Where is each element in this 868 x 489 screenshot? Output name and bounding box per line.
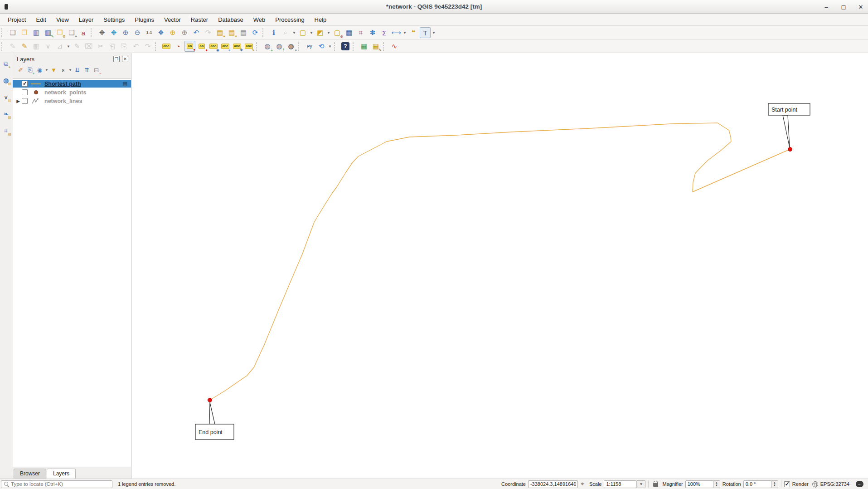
add-group-icon[interactable]: ⎘＋: [25, 65, 35, 75]
tab-browser[interactable]: Browser: [14, 469, 46, 479]
locate-input[interactable]: [11, 481, 112, 487]
add-raster-layer-icon[interactable]: ◍▤: [1, 75, 11, 85]
magnifier-input[interactable]: [685, 480, 713, 488]
layer-visibility-checkbox[interactable]: [22, 81, 28, 87]
rotation-input[interactable]: [743, 480, 771, 488]
cut-features-icon[interactable]: ✂: [95, 41, 106, 52]
metasearch-icon[interactable]: ◍⌕: [286, 41, 296, 52]
zoom-out-icon[interactable]: ⊖: [132, 27, 143, 38]
web-plugin-icon-1[interactable]: ◍⇣: [262, 41, 273, 52]
zoom-in-icon[interactable]: ⊕: [120, 27, 131, 38]
render-checkbox[interactable]: [784, 481, 790, 487]
zoom-native-icon[interactable]: 1:1: [144, 27, 155, 38]
add-vector-layer-icon[interactable]: ∨▤: [1, 92, 11, 102]
expand-all-icon[interactable]: ⇊: [73, 65, 82, 75]
zoom-to-selection-icon[interactable]: ⊕: [167, 27, 178, 38]
map-tips-icon[interactable]: ❝: [408, 27, 419, 38]
menu-item-edit[interactable]: Edit: [31, 15, 51, 25]
new-spatial-bookmark-icon[interactable]: ▤✶: [214, 27, 225, 38]
change-label-icon[interactable]: abc✎: [243, 41, 254, 52]
maximize-button[interactable]: ◻: [840, 4, 847, 10]
highlight-pinned-labels-icon[interactable]: ab●: [184, 41, 195, 52]
add-virtual-layer-icon[interactable]: ⌗▤: [1, 126, 11, 136]
magnifier-spinner[interactable]: ▲▼: [713, 480, 720, 488]
rotation-spinner[interactable]: ▲▼: [771, 480, 778, 488]
toggle-editing-icon[interactable]: ✎: [19, 41, 30, 52]
menu-item-layer[interactable]: Layer: [74, 15, 99, 25]
save-project-as-icon[interactable]: ▥✎: [43, 27, 53, 38]
modify-attributes-icon[interactable]: ✎: [72, 41, 82, 52]
layer-item-network-lines[interactable]: ▶network_lines: [13, 97, 131, 105]
layer-item-shortest-path[interactable]: Shortest path▤: [13, 80, 131, 88]
close-button[interactable]: ✕: [857, 4, 864, 10]
web-plugin-icon-2[interactable]: ◍⇡: [274, 41, 285, 52]
toolbar-handle[interactable]: [155, 42, 158, 51]
open-attribute-table-icon[interactable]: ▦: [344, 27, 354, 38]
data-source-manager-icon[interactable]: ⧉＋: [1, 59, 11, 68]
toolbar-handle[interactable]: [383, 42, 386, 51]
undo-icon[interactable]: ↶: [131, 41, 141, 52]
crs-status[interactable]: EPSG:32734: [820, 481, 849, 487]
profile-tool-icon[interactable]: ∿: [389, 41, 400, 52]
coordinate-input[interactable]: [528, 480, 578, 488]
pin-unpin-labels-icon[interactable]: ab●: [196, 41, 207, 52]
menu-item-vector[interactable]: Vector: [159, 15, 186, 25]
messages-bubble-icon[interactable]: …: [856, 481, 863, 487]
menu-item-project[interactable]: Project: [3, 15, 31, 25]
delete-selected-icon[interactable]: ⌧: [83, 41, 94, 52]
add-spatialite-layer-icon[interactable]: ❧▤: [1, 109, 11, 119]
save-project-icon[interactable]: ▥: [31, 27, 42, 38]
menu-item-processing[interactable]: Processing: [270, 15, 309, 25]
text-annotation-icon[interactable]: T: [420, 27, 431, 38]
map-plugin-icon-2[interactable]: ▦✎: [370, 41, 381, 52]
add-feature-icon[interactable]: ∨: [43, 41, 53, 52]
processing-history-icon-dropdown[interactable]: ▼: [327, 41, 333, 52]
menu-item-settings[interactable]: Settings: [98, 15, 130, 25]
locate-bar[interactable]: [1, 480, 112, 488]
layout-manager-icon[interactable]: ❒⚙: [54, 27, 65, 38]
vertex-tool-icon[interactable]: ⊿: [54, 41, 65, 52]
minimize-button[interactable]: –: [823, 4, 830, 10]
show-hide-labels-icon[interactable]: abc◉: [208, 41, 219, 52]
save-layer-edits-icon[interactable]: ▥: [31, 41, 42, 52]
help-contents-icon[interactable]: ?: [340, 41, 351, 52]
menu-item-raster[interactable]: Raster: [186, 15, 213, 25]
python-console-icon[interactable]: Py: [304, 41, 315, 52]
toolbar-handle[interactable]: [1, 42, 5, 51]
filter-legend-icon[interactable]: ▼: [49, 65, 58, 75]
project-properties-icon[interactable]: ❏✦: [66, 27, 77, 38]
deselect-features-icon[interactable]: ◩: [315, 27, 325, 38]
current-edits-icon[interactable]: ✎: [7, 41, 18, 52]
filter-by-expression-icon[interactable]: ε: [58, 65, 68, 75]
field-calculator-icon[interactable]: ⌗: [355, 27, 366, 38]
layer-visibility-checkbox[interactable]: [22, 89, 28, 95]
tab-layers[interactable]: Layers: [47, 469, 76, 479]
style-manager-icon[interactable]: a: [78, 27, 89, 38]
toolbar-handle[interactable]: [334, 42, 337, 51]
processing-history-icon[interactable]: ⟲: [316, 41, 327, 52]
remove-layer-icon[interactable]: ⊟−: [92, 65, 101, 75]
menu-item-view[interactable]: View: [51, 15, 74, 25]
toolbar-handle[interactable]: [262, 28, 266, 37]
toolbar-handle[interactable]: [1, 28, 5, 37]
paste-features-icon[interactable]: ⎘: [119, 41, 130, 52]
pan-to-selection-icon[interactable]: ✥: [108, 27, 119, 38]
zoom-full-icon[interactable]: ❖: [155, 27, 166, 38]
layer-labeling-icon[interactable]: abc: [161, 41, 172, 52]
deselect-features-icon-dropdown[interactable]: ▼: [326, 27, 331, 38]
move-label-icon[interactable]: abc✥: [232, 41, 242, 52]
manage-map-themes-icon-dropdown[interactable]: ▼: [44, 64, 49, 75]
extents-toggle-icon[interactable]: ⌖: [578, 480, 587, 488]
panel-close-icon[interactable]: ✕: [122, 56, 128, 62]
scale-combo[interactable]: [604, 480, 636, 488]
statistical-summary-icon[interactable]: Σ: [379, 27, 390, 38]
measure-icon-dropdown[interactable]: ▼: [402, 27, 407, 38]
toolbar-handle[interactable]: [298, 42, 301, 51]
select-by-form-icon[interactable]: ⌕: [280, 27, 291, 38]
zoom-next-icon[interactable]: ↷: [203, 27, 213, 38]
menu-item-database[interactable]: Database: [213, 15, 248, 25]
manage-map-themes-icon[interactable]: ◉: [35, 65, 44, 75]
toolbar-handle[interactable]: [91, 28, 94, 37]
filter-by-expression-icon-dropdown[interactable]: ▼: [68, 64, 73, 75]
zoom-to-layer-icon[interactable]: ⊕: [179, 27, 190, 38]
